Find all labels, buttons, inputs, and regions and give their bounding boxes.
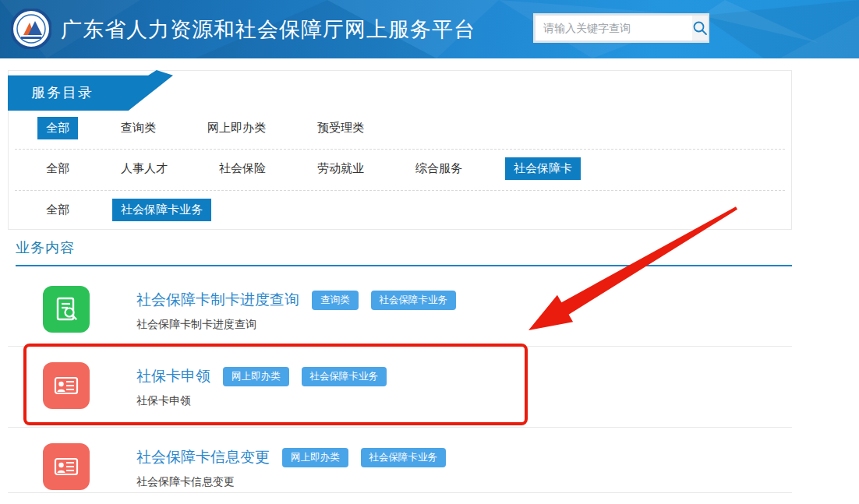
filter-cat-employment[interactable]: 劳动就业	[309, 157, 373, 180]
filter-row-category: 全部 人事人才 社会保险 劳动就业 综合服务 社会保障卡	[9, 157, 791, 180]
filter-cat-comprehensive[interactable]: 综合服务	[407, 157, 471, 180]
service-title-link[interactable]: 社保卡申领	[136, 366, 210, 386]
section-header: 业务内容	[16, 238, 792, 266]
list-item-card-info-change[interactable]: 社会保障卡信息变更 网上即办类 社会保障卡业务 社会保障卡信息变更	[16, 432, 792, 504]
id-card-icon	[43, 362, 90, 409]
tab-label: 服务目录	[31, 83, 94, 102]
search-bar	[533, 13, 709, 43]
tab-service-directory: 服务目录	[8, 70, 173, 111]
id-card-icon	[43, 443, 90, 490]
filter-row-business: 全部 社会保障卡业务	[9, 198, 791, 221]
search-input[interactable]	[536, 16, 692, 41]
divider	[15, 149, 785, 150]
divider	[8, 346, 792, 347]
search-icon	[692, 20, 708, 36]
filter-row-type: 全部 查询类 网上即办类 预受理类	[9, 116, 791, 139]
service-type-badge: 网上即办类	[223, 367, 289, 386]
app-header: 广东省人力资源和社会保障厅网上服务平台	[0, 0, 859, 58]
filter-biz-social-card[interactable]: 社会保障卡业务	[112, 199, 211, 221]
list-item-card-progress[interactable]: 社会保障卡制卡进度查询 查询类 社会保障卡业务 社会保障卡制卡进度查询	[16, 274, 792, 347]
service-directory-panel: 服务目录 全部 查询类 网上即办类 预受理类 全部 人事人才 社会保险 劳动就业…	[8, 70, 792, 230]
page-title: 广东省人力资源和社会保障厅网上服务平台	[61, 16, 475, 44]
agency-logo	[11, 9, 51, 49]
filter-type-preaccept[interactable]: 预受理类	[309, 117, 373, 139]
filter-cat-all[interactable]: 全部	[37, 157, 78, 180]
section-title: 业务内容	[16, 240, 75, 256]
service-category-badge: 社会保障卡业务	[371, 291, 457, 310]
list-item-card-apply[interactable]: 社保卡申领 网上即办类 社会保障卡业务 社保卡申领	[16, 351, 792, 423]
search-button[interactable]	[692, 16, 708, 41]
filter-type-query[interactable]: 查询类	[112, 117, 164, 139]
service-title-link[interactable]: 社会保障卡制卡进度查询	[136, 290, 299, 310]
service-subtitle: 社保卡申领	[136, 394, 191, 408]
filter-type-online[interactable]: 网上即办类	[199, 117, 274, 139]
filter-biz-all[interactable]: 全部	[37, 199, 78, 221]
filter-type-all[interactable]: 全部	[37, 117, 78, 139]
divider	[15, 190, 785, 191]
filter-cat-insurance[interactable]: 社会保险	[210, 157, 274, 180]
service-category-badge: 社会保障卡业务	[302, 367, 387, 386]
service-subtitle: 社会保障卡信息变更	[136, 475, 235, 489]
document-search-icon	[43, 286, 90, 333]
service-title-link[interactable]: 社会保障卡信息变更	[136, 447, 270, 467]
divider	[8, 427, 792, 428]
filter-cat-social-card[interactable]: 社会保障卡	[505, 157, 581, 180]
service-type-badge: 网上即办类	[282, 448, 348, 467]
page: 广东省人力资源和社会保障厅网上服务平台 服务目录 全部 查询类 网上即办类 预受…	[0, 0, 859, 504]
service-category-badge: 社会保障卡业务	[361, 448, 447, 467]
service-type-badge: 查询类	[312, 291, 359, 310]
divider	[8, 492, 792, 493]
filter-cat-hr[interactable]: 人事人才	[112, 157, 176, 180]
service-subtitle: 社会保障卡制卡进度查询	[136, 318, 256, 332]
